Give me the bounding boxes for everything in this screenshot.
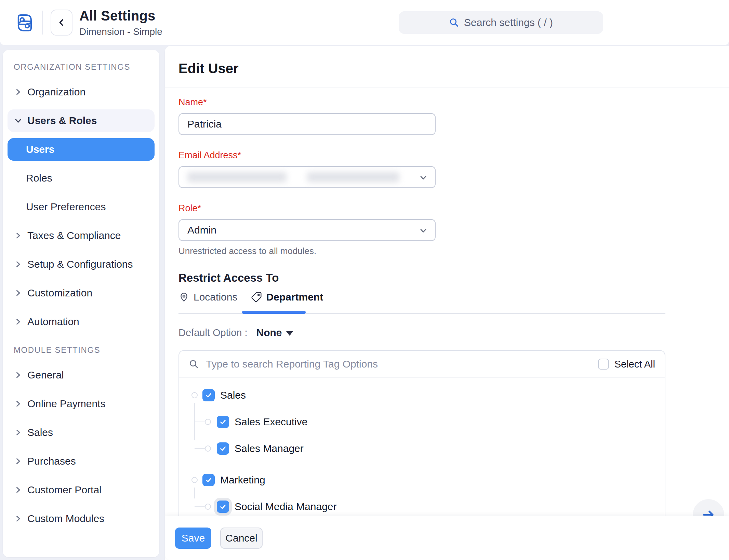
form-action-bar: Save Cancel — [165, 516, 729, 560]
checkbox-checked-icon[interactable] — [217, 416, 229, 428]
back-button[interactable] — [51, 10, 72, 36]
tree-node-social-media-manager[interactable]: Social Media Manager — [191, 498, 665, 515]
settings-search[interactable]: Search settings ( / ) — [399, 11, 603, 34]
sidebar-item-roles[interactable]: Roles — [8, 167, 155, 189]
chevron-right-icon — [14, 457, 22, 465]
chevron-right-icon — [14, 429, 22, 436]
chevron-right-icon — [14, 486, 22, 494]
sidebar-section-module-settings: MODULE SETTINGS — [14, 345, 155, 355]
chevron-right-icon — [14, 371, 22, 379]
role-helper-text: Unrestricted access to all modules. — [178, 246, 436, 256]
sidebar-item-organization[interactable]: Organization — [8, 81, 155, 103]
tree-connector — [195, 506, 205, 507]
tag-options-search-input[interactable] — [206, 358, 598, 370]
sidebar-item-users-and-roles[interactable]: Users & Roles — [8, 109, 155, 132]
sidebar-item-customer-portal[interactable]: Customer Portal — [8, 479, 155, 501]
chevron-right-icon — [14, 318, 22, 325]
name-input[interactable] — [187, 118, 427, 130]
sidebar-item-users[interactable]: Users — [8, 138, 155, 161]
role-field-group: Role* Unrestricted access to all modules… — [178, 203, 436, 256]
tree-node-sales-manager[interactable]: Sales Manager — [191, 440, 665, 457]
checkbox-checked-icon[interactable] — [217, 501, 229, 513]
sidebar-item-user-preferences[interactable]: User Preferences — [8, 196, 155, 218]
email-select[interactable] — [178, 166, 436, 188]
edit-user-panel: Edit User Name* Email Address* Role* — [165, 46, 729, 560]
role-label: Role* — [178, 203, 436, 214]
tree-children-marketing: Social Media Manager — [191, 498, 665, 515]
chevron-right-icon — [14, 261, 22, 268]
checkbox-checked-icon[interactable] — [217, 442, 229, 455]
tab-department[interactable]: Department — [251, 291, 323, 303]
tree-node-sales[interactable]: Sales — [191, 387, 665, 403]
chevron-left-icon — [57, 18, 66, 27]
search-icon — [449, 17, 459, 28]
tree-node-sales-executive[interactable]: Sales Executive — [191, 414, 665, 430]
cancel-button[interactable]: Cancel — [220, 528, 263, 549]
tree-toggle-icon[interactable] — [205, 445, 211, 452]
active-tab-indicator — [242, 311, 306, 314]
sidebar-item-custom-modules[interactable]: Custom Modules — [8, 507, 155, 530]
page-header-title: All Settings — [79, 8, 162, 24]
name-field-group: Name* — [178, 97, 436, 135]
tree-toggle-icon[interactable] — [191, 477, 198, 483]
tree-toggle-icon[interactable] — [205, 504, 211, 510]
location-pin-icon — [178, 292, 189, 303]
name-label: Name* — [178, 97, 436, 108]
email-field-group: Email Address* — [178, 150, 436, 188]
default-option-value: None — [256, 327, 282, 338]
email-label: Email Address* — [178, 150, 436, 161]
chevron-down-icon — [419, 174, 427, 182]
chevron-down-icon — [419, 227, 427, 235]
sidebar-item-automation[interactable]: Automation — [8, 310, 155, 333]
tree-connector — [195, 422, 205, 422]
chevron-right-icon — [14, 88, 22, 96]
redacted-email-value — [307, 172, 399, 182]
caret-down-icon — [286, 331, 293, 336]
header-title-block: All Settings Dimension - Simple — [79, 8, 162, 37]
page-title: Edit User — [178, 61, 239, 76]
sidebar-item-sales[interactable]: Sales — [8, 421, 155, 444]
chevron-right-icon — [14, 289, 22, 297]
tree-toggle-icon[interactable] — [205, 419, 211, 425]
title-divider — [165, 88, 729, 88]
sidebar-item-purchases[interactable]: Purchases — [8, 450, 155, 472]
sidebar-item-customization[interactable]: Customization — [8, 282, 155, 304]
save-button[interactable]: Save — [175, 528, 211, 549]
tree-toggle-icon[interactable] — [191, 392, 198, 398]
top-header: All Settings Dimension - Simple Search s… — [0, 0, 729, 45]
role-select[interactable] — [178, 219, 436, 241]
select-all-label: Select All — [614, 359, 655, 370]
redacted-email-value — [187, 172, 287, 182]
sidebar-item-taxes-compliance[interactable]: Taxes & Compliance — [8, 224, 155, 247]
select-all-control[interactable]: Select All — [598, 359, 655, 370]
chevron-right-icon — [14, 515, 22, 522]
edit-user-form: Name* Email Address* Role* — [178, 97, 436, 271]
header-divider — [42, 11, 43, 35]
tree-children-sales: Sales Executive Sales Manager — [191, 414, 665, 457]
role-value[interactable] — [187, 224, 427, 236]
zoho-books-logo-icon — [13, 11, 36, 34]
department-tree: Sales Sales Executive Sal — [179, 378, 665, 515]
checkbox-checked-icon[interactable] — [202, 474, 215, 486]
name-input-box — [178, 113, 436, 135]
tree-connector — [195, 448, 205, 449]
tag-icon — [251, 292, 262, 303]
default-option-row: Default Option : None — [178, 327, 293, 338]
default-option-label: Default Option : — [178, 327, 248, 338]
select-all-checkbox[interactable] — [598, 359, 609, 370]
chevron-right-icon — [14, 232, 22, 239]
sidebar-item-general[interactable]: General — [8, 364, 155, 386]
sidebar-item-setup-configurations[interactable]: Setup & Configurations — [8, 253, 155, 276]
chevron-right-icon — [14, 400, 22, 408]
settings-sidebar: ORGANIZATION SETTINGS Organization Users… — [3, 50, 159, 557]
restrict-access-heading: Restrict Access To — [178, 271, 279, 284]
sidebar-section-organization-settings: ORGANIZATION SETTINGS — [14, 62, 155, 72]
tag-options-search-row: Select All — [179, 351, 665, 378]
tree-node-marketing[interactable]: Marketing — [191, 472, 665, 488]
sidebar-item-online-payments[interactable]: Online Payments — [8, 392, 155, 415]
default-option-dropdown[interactable]: None — [256, 327, 293, 338]
tab-locations[interactable]: Locations — [178, 291, 237, 303]
search-icon — [189, 359, 199, 369]
checkbox-checked-icon[interactable] — [202, 389, 215, 401]
chevron-down-icon — [14, 117, 22, 124]
